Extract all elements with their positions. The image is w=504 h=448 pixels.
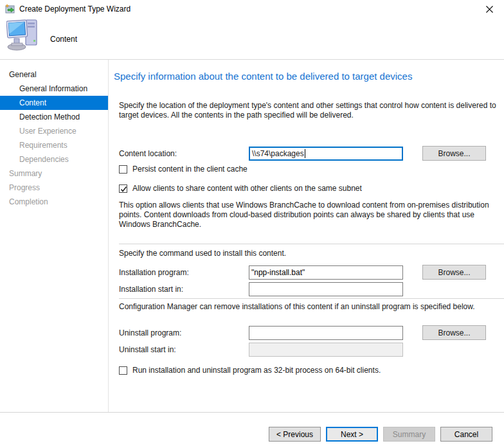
- share-content-checkbox-row[interactable]: Allow clients to share content with othe…: [119, 184, 504, 193]
- sidebar-item-user-experience: User Experience: [0, 124, 108, 138]
- sidebar-item-completion: Completion: [0, 195, 108, 209]
- sidebar-item-summary: Summary: [0, 166, 108, 181]
- wizard-header: Content: [0, 18, 504, 59]
- uninstall-program-row: Uninstall program: Browse...: [119, 325, 504, 340]
- content-location-label: Content location:: [119, 149, 249, 158]
- run-32bit-label: Run installation and uninstall program a…: [132, 366, 381, 375]
- next-button[interactable]: Next >: [326, 427, 378, 442]
- content-location-input[interactable]: \\s74\packages: [249, 147, 403, 161]
- computer-icon: [6, 14, 41, 53]
- uninstall-start-in-label: Uninstall start in:: [119, 345, 249, 354]
- installation-start-in-row: Installation start in:: [119, 282, 504, 296]
- run-32bit-checkbox-row[interactable]: Run installation and uninstall program a…: [119, 366, 504, 375]
- share-content-checkbox[interactable]: [119, 184, 127, 193]
- uninstall-start-in-input: [249, 343, 403, 357]
- branchcache-note: This option allows clients that use Wind…: [119, 201, 502, 229]
- window-title: Create Deployment Type Wizard: [19, 4, 130, 13]
- text-caret: [305, 149, 305, 158]
- persist-content-checkbox[interactable]: [119, 165, 127, 174]
- summary-button: Summary: [383, 427, 435, 442]
- close-button[interactable]: [475, 0, 504, 18]
- installation-start-in-input[interactable]: [249, 282, 403, 296]
- persist-content-checkbox-row[interactable]: Persist content in the client cache: [119, 165, 504, 174]
- content-location-browse-button[interactable]: Browse...: [422, 146, 486, 161]
- sidebar-item-progress: Progress: [0, 181, 108, 195]
- content-location-row: Content location: \\s74\packages Browse.…: [119, 146, 504, 161]
- sidebar-item-general[interactable]: General: [0, 67, 108, 82]
- wizard-app-icon: [5, 4, 15, 14]
- installation-program-row: Installation program: Browse...: [119, 265, 504, 280]
- wizard-steps-sidebar: General General Information Content Dete…: [0, 60, 109, 412]
- sidebar-item-detection-method[interactable]: Detection Method: [0, 110, 108, 124]
- installation-program-input[interactable]: [249, 265, 403, 280]
- title-bar: Create Deployment Type Wizard: [0, 0, 504, 18]
- sidebar-item-content[interactable]: Content: [0, 96, 108, 110]
- persist-content-label: Persist content in the client cache: [132, 165, 248, 174]
- check-icon: [120, 185, 128, 193]
- close-icon: [486, 6, 493, 13]
- sidebar-item-requirements: Requirements: [0, 138, 108, 152]
- sidebar-item-dependencies: Dependencies: [0, 152, 108, 166]
- installation-program-label: Installation program:: [119, 268, 249, 277]
- section-separator: [119, 298, 504, 299]
- run-32bit-checkbox[interactable]: [119, 366, 127, 375]
- previous-button[interactable]: < Previous: [269, 427, 321, 442]
- cancel-button[interactable]: Cancel: [440, 427, 492, 442]
- install-section-label: Specify the command used to install this…: [119, 249, 504, 258]
- wizard-footer: < Previous Next > Summary Cancel: [0, 412, 504, 448]
- create-deployment-type-wizard-window: Create Deployment Type Wizard: [0, 0, 504, 448]
- content-location-value: \\s74\packages: [252, 149, 304, 158]
- sidebar-item-general-information[interactable]: General Information: [0, 82, 108, 96]
- content-panel: Specify information about the content to…: [109, 60, 504, 412]
- uninstall-program-label: Uninstall program:: [119, 328, 249, 337]
- share-content-label: Allow clients to share content with othe…: [132, 184, 362, 193]
- intro-text: Specify the location of the deployment t…: [119, 101, 502, 120]
- header-page-title: Content: [50, 35, 77, 44]
- section-separator: [119, 244, 504, 244]
- uninstall-note: Configuration Manager can remove install…: [119, 302, 504, 312]
- uninstall-program-input[interactable]: [249, 326, 403, 340]
- installation-program-browse-button[interactable]: Browse...: [422, 265, 486, 280]
- uninstall-program-browse-button[interactable]: Browse...: [422, 325, 486, 340]
- page-heading: Specify information about the content to…: [114, 70, 504, 83]
- installation-start-in-label: Installation start in:: [119, 285, 249, 294]
- uninstall-start-in-row: Uninstall start in:: [119, 343, 504, 357]
